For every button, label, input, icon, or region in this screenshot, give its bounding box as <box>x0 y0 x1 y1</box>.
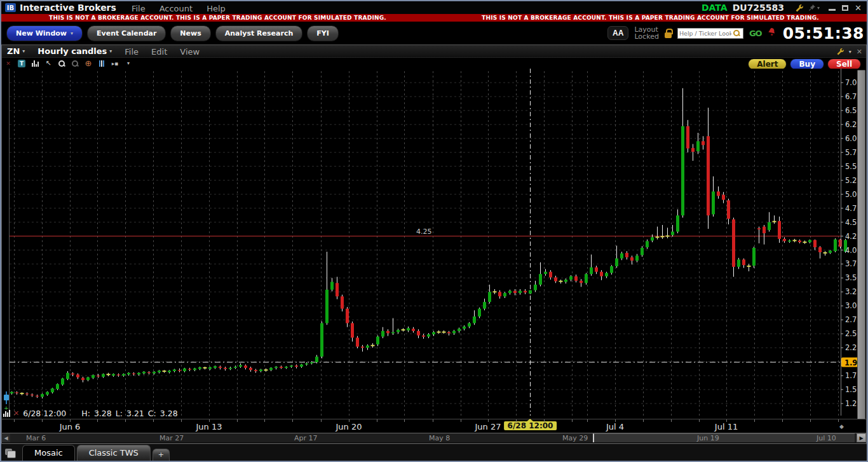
chart-close-icon[interactable]: ✕ <box>857 48 862 56</box>
chart-toolbar: ✕ T ↖ ⊕ ▸▪ ▾ Alert Buy Sell <box>2 58 866 69</box>
date-tick <box>461 419 461 422</box>
date-tick <box>264 419 265 422</box>
date-tick <box>699 419 700 422</box>
ibot-bell-icon[interactable] <box>768 27 776 39</box>
trendline-cursor-icon[interactable]: ↖ <box>44 59 53 67</box>
candlestick-chart[interactable]: 4.251.251.501.752.252.502.753.003.253.50… <box>2 69 866 419</box>
quick-buttons: New Window▾Event CalendarNewsAnalyst Res… <box>6 25 343 41</box>
analyst-research-button[interactable]: Analyst Research <box>215 25 302 41</box>
vertical-scrollbar[interactable] <box>857 70 865 432</box>
chart-menu-caret-icon[interactable]: ▾ <box>849 49 851 55</box>
plot-left-glyphs <box>3 391 11 404</box>
new-window-button[interactable]: New Window▾ <box>6 25 83 41</box>
scroll-right-icon[interactable]: ▶ <box>857 433 866 442</box>
date-label: Jun 13 <box>196 422 222 431</box>
paper-trading-warning-bar: THIS IS NOT A BROKERAGE ACCOUNT. THIS IS… <box>1 14 867 22</box>
date-label: Jul 11 <box>715 422 738 431</box>
expand-bars-icon[interactable] <box>97 59 106 67</box>
menu-help[interactable]: Help <box>207 4 226 13</box>
event-calendar-button[interactable]: Event Calendar <box>87 25 166 41</box>
text-annotation-glyph: T <box>18 60 25 67</box>
status-high-value: 3.28 <box>94 409 112 418</box>
date-tick <box>404 419 405 422</box>
status-close-label: C: <box>148 409 156 418</box>
scroll-to-end-icon[interactable]: ◆ <box>839 423 844 430</box>
chart-settings-wrench-icon[interactable] <box>836 46 844 58</box>
news-button[interactable]: News <box>170 25 210 41</box>
layout-label-line2: Locked <box>634 33 658 40</box>
crosshair-target-icon[interactable]: ⊕ <box>84 59 93 67</box>
date-tick <box>181 419 182 422</box>
date-tick <box>671 419 672 422</box>
minimize-icon[interactable] <box>829 9 836 11</box>
ib-logo: IB <box>5 3 16 12</box>
bar-chart-icon[interactable] <box>31 59 39 67</box>
scrollbar-date-label: Jun 19 <box>697 434 719 442</box>
scrollbar-thumb[interactable] <box>593 433 855 442</box>
font-size-button[interactable]: AA <box>607 26 628 40</box>
clock-display: 05:51:38 <box>783 24 864 43</box>
status-low-label: L: <box>116 409 123 418</box>
date-axis[interactable]: 6/28 12:00 ◆ Jun 6Jun 13Jun 20Jun 27Jul … <box>2 419 866 433</box>
chart-plot-area: 4.251.251.501.752.252.502.753.003.253.50… <box>2 69 866 419</box>
tws-application: IB Interactive Brokers FileAccountHelp D… <box>0 0 868 462</box>
crosshair-status-readout: ✕ 6/28 12:00 H: 3.28 L: 3.21 C: 3.28 <box>13 409 178 418</box>
maximize-icon[interactable] <box>842 5 848 11</box>
workspace-window-icon[interactable] <box>5 449 15 458</box>
scrollbar-track[interactable]: Mar 6Mar 27Apr 17May 8May 29Jun 19Jul 10 <box>10 433 857 442</box>
fyi-button[interactable]: FYI <box>307 25 339 41</box>
app-title: Interactive Brokers <box>20 3 116 13</box>
text-annotation-icon[interactable]: T <box>17 59 26 67</box>
status-low-value: 3.21 <box>126 409 144 418</box>
horizontal-scrollbar[interactable]: ◀ Mar 6Mar 27Apr 17May 8May 29Jun 19Jul … <box>2 433 866 442</box>
chart-menu-edit[interactable]: Edit <box>151 47 167 57</box>
new-window-caret-icon: ▾ <box>71 31 73 36</box>
status-close-icon[interactable]: ✕ <box>13 409 19 418</box>
tab-mosaic[interactable]: Mosaic <box>22 445 75 461</box>
scrollbar-date-label: Jul 10 <box>817 434 836 442</box>
remove-study-icon[interactable]: ✕ <box>4 59 13 67</box>
chart-titlebar-right: ▾ ✕ <box>836 45 862 58</box>
date-tick <box>587 419 588 422</box>
zoom-in-icon[interactable] <box>57 59 66 67</box>
date-label: Jun 6 <box>60 422 81 431</box>
zoom-out-icon[interactable] <box>71 59 79 67</box>
date-label: Jun 27 <box>475 422 501 431</box>
volume-toggle-icon[interactable] <box>3 409 10 417</box>
account-id: DU725583 <box>733 3 784 13</box>
main-titlebar: IB Interactive Brokers FileAccountHelp D… <box>1 1 867 14</box>
add-tab-button[interactable]: + <box>153 449 170 461</box>
crosshair-date-tag: 6/28 12:00 <box>504 421 557 430</box>
compress-bars-icon[interactable]: ▸▪ <box>111 59 119 67</box>
menu-account[interactable]: Account <box>159 4 193 13</box>
toolbar-right: AA Layout Locked GO 05:51:38 <box>607 22 864 44</box>
timeframe-dropdown[interactable]: Hourly candles▾ <box>37 46 112 56</box>
lock-icon[interactable] <box>665 32 672 38</box>
alert-line-price-label: 4.25 <box>416 228 432 236</box>
scrollbar-date-label: May 29 <box>562 434 588 442</box>
warning-text-right: THIS IS NOT A BROKERAGE ACCOUNT. THIS IS… <box>434 15 867 21</box>
ticker-lookup-input[interactable] <box>678 30 733 37</box>
menu-file[interactable]: File <box>132 4 146 13</box>
symbol-dropdown[interactable]: ZN▾ <box>7 46 25 56</box>
date-tick <box>14 419 15 422</box>
chart-menu-view[interactable]: View <box>180 47 200 57</box>
pin-window-icon[interactable]: ▾ <box>808 4 820 11</box>
chart-menu-file[interactable]: File <box>125 47 139 57</box>
scroll-left-icon[interactable]: ◀ <box>2 433 10 442</box>
chart-menubar: FileEditView <box>125 45 212 57</box>
quick-toolbar: New Window▾Event CalendarNewsAnalyst Res… <box>1 22 867 44</box>
close-icon[interactable]: ✕ <box>855 4 862 12</box>
search-icon[interactable] <box>733 29 740 37</box>
scrollbar-date-label: Mar 6 <box>26 434 46 442</box>
settings-wrench-icon[interactable] <box>794 4 803 12</box>
bar-options-caret-icon[interactable]: ▾ <box>124 59 133 67</box>
status-close-value: 3.28 <box>160 409 178 418</box>
date-tick <box>292 419 293 422</box>
tab-classic-tws[interactable]: Classic TWS <box>77 445 151 461</box>
main-menubar: FileAccountHelp <box>132 2 240 14</box>
go-button[interactable]: GO <box>749 29 762 38</box>
date-tick <box>321 419 322 422</box>
date-tick <box>838 419 839 422</box>
pin-caret-icon: ▾ <box>817 5 820 11</box>
